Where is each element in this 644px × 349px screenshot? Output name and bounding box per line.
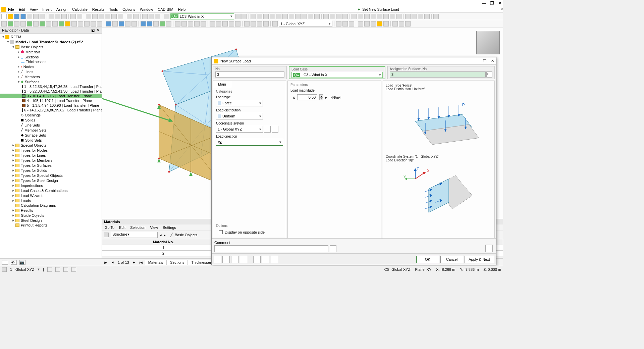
t2-bg-icon[interactable] bbox=[377, 21, 382, 27]
minimize-button[interactable]: — bbox=[482, 1, 486, 6]
view1-icon[interactable] bbox=[86, 14, 91, 19]
view5-icon[interactable] bbox=[111, 14, 117, 19]
calc-icon[interactable] bbox=[127, 14, 132, 19]
cancel-button[interactable]: Cancel bbox=[440, 256, 463, 263]
tree-members[interactable]: ▸╱Members bbox=[0, 74, 102, 79]
tree-solidsets[interactable]: ◼Solid Sets bbox=[0, 138, 102, 143]
t2-q-icon[interactable] bbox=[106, 21, 111, 27]
report-icon[interactable] bbox=[49, 14, 54, 19]
tool-x-icon[interactable] bbox=[405, 14, 411, 19]
tool-j-icon[interactable] bbox=[308, 14, 313, 19]
btab-materials[interactable]: Materials bbox=[145, 260, 167, 265]
t2-h-icon[interactable] bbox=[46, 21, 51, 27]
tree-loadwizards[interactable]: ▸Load Wizards bbox=[0, 193, 102, 198]
tool-h-icon[interactable] bbox=[295, 14, 301, 19]
lc-icon[interactable] bbox=[155, 14, 160, 19]
sb-t1-icon[interactable] bbox=[47, 267, 52, 272]
tree-calc-diagrams[interactable]: Calculation Diagrams bbox=[0, 203, 102, 208]
tree-types-nodes[interactable]: ▸Types for Nodes bbox=[0, 148, 102, 153]
t2-ac-icon[interactable] bbox=[188, 21, 193, 27]
tree-surface-4[interactable]: 4 - 105,14,107,1 | Load Transfer | Plane bbox=[0, 98, 102, 103]
t2-p-icon[interactable] bbox=[97, 21, 102, 27]
t2-s-icon[interactable] bbox=[119, 21, 124, 27]
tree-types-solids[interactable]: ▸Types for Solids bbox=[0, 168, 102, 173]
dlg-f3-icon[interactable] bbox=[231, 256, 238, 263]
t2-i-icon[interactable] bbox=[52, 21, 58, 27]
loadcase-combo[interactable]: Qw LC3 Wind in X ▾ bbox=[170, 13, 234, 19]
tab-main[interactable]: Main bbox=[213, 81, 231, 88]
close-button[interactable]: ✕ bbox=[498, 1, 502, 6]
sb-t3-icon[interactable] bbox=[63, 267, 68, 272]
t2-ah-icon[interactable] bbox=[222, 21, 228, 27]
lcnav-next-icon[interactable] bbox=[241, 14, 247, 19]
t2-w-icon[interactable] bbox=[147, 21, 152, 27]
t2-o-icon[interactable] bbox=[91, 21, 96, 27]
tool-g-icon[interactable] bbox=[289, 14, 294, 19]
tool-q-icon[interactable] bbox=[358, 14, 363, 19]
tool-w-icon[interactable] bbox=[396, 14, 401, 19]
nav-tab2-icon[interactable]: 👁 bbox=[11, 260, 17, 265]
t2-bc-icon[interactable] bbox=[349, 21, 354, 27]
t2-ai-icon[interactable] bbox=[229, 21, 234, 27]
load-dist-select[interactable]: Uniform▾ bbox=[216, 113, 263, 119]
t2-ab-icon[interactable] bbox=[181, 21, 187, 27]
tree-guide-objects[interactable]: ▸Guide Objects bbox=[0, 213, 102, 218]
load-direction-select[interactable]: Xp▾ bbox=[216, 139, 283, 146]
tool-d-icon[interactable] bbox=[270, 14, 275, 19]
struct-prev-icon[interactable]: ◂ bbox=[160, 233, 162, 237]
lcnav-prev-icon[interactable] bbox=[235, 14, 240, 19]
tool-s-icon[interactable] bbox=[371, 14, 376, 19]
calc2-icon[interactable] bbox=[133, 14, 139, 19]
mag-up-icon[interactable]: ▴ bbox=[319, 94, 323, 97]
loads-icon[interactable] bbox=[164, 14, 169, 19]
mat-tab-edit[interactable]: Edit bbox=[119, 226, 125, 230]
t2-c-icon[interactable] bbox=[14, 21, 19, 27]
t2-m-icon[interactable] bbox=[78, 21, 83, 27]
view4-icon[interactable] bbox=[105, 14, 110, 19]
nav-tab1-icon[interactable] bbox=[2, 260, 8, 265]
tree-surface-3[interactable]: 3 - 101,4,103,16 | Load Transfer | Plane bbox=[0, 94, 102, 98]
mat-tab-view[interactable]: View bbox=[150, 226, 158, 230]
pick-surfaces-button[interactable]: ⌖ bbox=[486, 71, 492, 78]
menu-tools[interactable]: Tools bbox=[109, 7, 118, 11]
mag-expand-icon[interactable]: ▸ bbox=[325, 95, 327, 100]
tree-surface-2[interactable]: 2 - 5,22,33,44,17,52,41,30 | Load Transf… bbox=[0, 89, 102, 94]
tree-materials[interactable]: ▸⬢Materials bbox=[0, 49, 102, 54]
tree-nodes[interactable]: ▸•Nodes bbox=[0, 64, 102, 69]
sb-t4-icon[interactable] bbox=[71, 267, 76, 272]
t2-ba-icon[interactable] bbox=[336, 21, 341, 27]
menu-results[interactable]: Results bbox=[92, 7, 105, 11]
dlg-f2-icon[interactable] bbox=[222, 256, 230, 263]
tree-special-objects[interactable]: ▸Special Objects bbox=[0, 143, 102, 148]
tool-a-icon[interactable] bbox=[251, 14, 256, 19]
tool-y-icon[interactable] bbox=[412, 14, 417, 19]
tree-surface-6[interactable]: 6 - 14,15,17,16,86,99,82 | Load Transfer… bbox=[0, 108, 102, 112]
command-close-button[interactable]: ✕ bbox=[500, 7, 503, 11]
menu-calculate[interactable]: Calculate bbox=[72, 7, 88, 11]
t2-k-icon[interactable] bbox=[65, 21, 70, 27]
tree-types-members[interactable]: ▸Types for Members bbox=[0, 158, 102, 163]
pager-prev-icon[interactable]: ◂ bbox=[110, 260, 116, 264]
tree-membersets[interactable]: ╱Member Sets bbox=[0, 128, 102, 133]
tree-linesets[interactable]: ╱Line Sets bbox=[0, 122, 102, 128]
t2-f-icon[interactable] bbox=[33, 21, 39, 27]
tool-r-icon[interactable] bbox=[364, 14, 370, 19]
t2-ak-icon[interactable] bbox=[244, 21, 250, 27]
t2-bk-icon[interactable] bbox=[405, 21, 411, 27]
pager-last-icon[interactable]: ⏭ bbox=[137, 260, 145, 264]
cloud-icon[interactable] bbox=[14, 14, 19, 19]
menu-help[interactable]: Help bbox=[178, 7, 186, 11]
t2-aa-icon[interactable] bbox=[175, 21, 180, 27]
t2-bj-icon[interactable] bbox=[399, 21, 404, 27]
t2-j-icon[interactable] bbox=[59, 21, 64, 27]
mag-down-icon[interactable]: ▾ bbox=[319, 97, 323, 100]
doc-icon[interactable] bbox=[55, 14, 60, 19]
tree-surface-5[interactable]: 5 - 1,3,5,4,94,100,90 | Load Transfer | … bbox=[0, 103, 102, 108]
navigator-tree[interactable]: ▾RFEM ▾Model - Load Transfer Surfaces (2… bbox=[0, 34, 102, 266]
pager-next-icon[interactable]: ▸ bbox=[131, 260, 137, 264]
sb-icon[interactable] bbox=[2, 267, 7, 272]
open-icon[interactable] bbox=[8, 14, 13, 19]
t2-be-icon[interactable] bbox=[364, 21, 370, 27]
t2-x-icon[interactable] bbox=[153, 21, 159, 27]
tree-types-surfaces[interactable]: ▸Types for Surfaces bbox=[0, 163, 102, 168]
